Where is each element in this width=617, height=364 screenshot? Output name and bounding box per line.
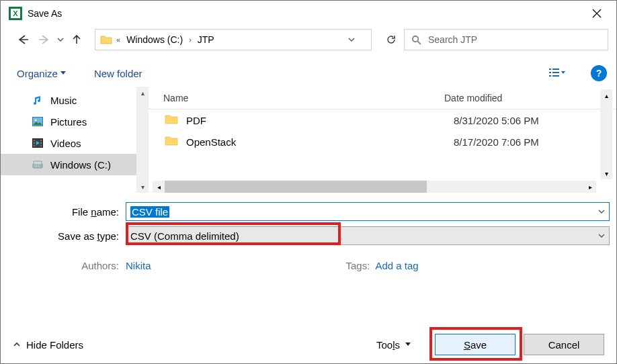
svg-rect-17 [34, 161, 42, 165]
videos-icon [32, 137, 44, 149]
arrow-up-icon [71, 34, 83, 46]
svg-rect-3 [549, 72, 551, 73]
help-button[interactable]: ? [591, 65, 607, 81]
folder-icon [165, 135, 179, 148]
saveastype-dropdown-arrow [598, 232, 605, 239]
svg-rect-11 [34, 142, 35, 144]
vertical-scrollbar[interactable]: ▴ ▾ [600, 89, 612, 179]
save-button[interactable]: Save [435, 334, 516, 355]
back-button[interactable] [13, 30, 33, 50]
pictures-icon [32, 116, 44, 128]
excel-icon [9, 7, 22, 20]
sidebar-item-windows-c[interactable]: Windows (C:) [1, 154, 149, 175]
address-dropdown[interactable] [348, 36, 367, 43]
scroll-down-icon[interactable]: ▾ [136, 181, 149, 193]
sidebar-scrollbar[interactable]: ▴ ▾ [136, 87, 149, 193]
authors-value[interactable]: Nikita [126, 260, 151, 271]
search-placeholder: Search JTP [428, 34, 477, 45]
file-list-header: Name Date modified [149, 87, 616, 109]
tools-menu[interactable]: Tools [376, 339, 411, 351]
search-icon [411, 35, 421, 45]
svg-point-8 [35, 120, 37, 122]
tags-value[interactable]: Add a tag [375, 260, 418, 271]
bottom-bar: Hide Folders Tools Save Cancel [1, 326, 616, 363]
chevron-down-icon [598, 208, 605, 215]
filename-label: File name: [7, 206, 126, 218]
file-list: Name Date modified PDF 8/31/2020 5:06 PM… [149, 87, 616, 193]
column-name[interactable]: Name [149, 93, 444, 103]
main-area: Music Pictures Videos Windows (C:) ▴ ▾ N… [1, 87, 616, 193]
svg-rect-10 [34, 140, 35, 141]
svg-point-18 [40, 165, 42, 167]
scroll-thumb[interactable] [165, 181, 427, 193]
scroll-left-icon[interactable]: ◂ [153, 181, 165, 193]
form-area: File name: CSV file Save as type: CSV (C… [1, 193, 616, 276]
svg-rect-14 [41, 142, 42, 144]
arrow-right-icon [38, 33, 51, 46]
view-list-icon [548, 67, 566, 79]
chevron-down-icon [348, 36, 355, 43]
svg-rect-15 [41, 145, 42, 146]
drive-icon [32, 158, 44, 171]
scroll-up-icon[interactable]: ▴ [136, 87, 149, 99]
breadcrumb-seg-1[interactable]: Windows (C:) [124, 34, 186, 45]
chevron-up-icon [13, 340, 21, 349]
view-button[interactable] [544, 64, 571, 82]
svg-rect-2 [552, 69, 559, 70]
refresh-icon [386, 34, 397, 45]
svg-rect-1 [549, 69, 551, 70]
filename-dropdown[interactable] [598, 208, 605, 215]
svg-rect-13 [41, 140, 42, 141]
organize-button[interactable]: Organize [17, 68, 66, 79]
file-row[interactable]: PDF 8/31/2020 5:06 PM [149, 109, 616, 131]
file-row[interactable]: OpenStack 8/17/2020 7:06 PM [149, 131, 616, 152]
arrow-left-icon [16, 33, 30, 46]
saveastype-dropdown[interactable]: CSV (Comma delimited) [126, 226, 610, 245]
horizontal-scrollbar[interactable]: ◂ ▸ [153, 181, 596, 193]
new-folder-button[interactable]: New folder [94, 68, 142, 79]
tags-label: Tags: [346, 260, 376, 271]
chevron-right-icon: › [187, 36, 194, 44]
up-button[interactable] [67, 30, 87, 50]
saveastype-label: Save as type: [7, 230, 126, 242]
cancel-button[interactable]: Cancel [524, 334, 604, 355]
column-date[interactable]: Date modified [444, 93, 616, 103]
sidebar: Music Pictures Videos Windows (C:) ▴ ▾ [1, 87, 149, 193]
folder-icon [99, 33, 113, 46]
chevron-down-icon [57, 36, 64, 43]
address-bar[interactable]: « Windows (C:) › JTP [95, 29, 372, 50]
filename-input[interactable]: CSV file [126, 202, 610, 221]
chevron-down-icon [598, 232, 605, 239]
music-icon [32, 94, 44, 106]
svg-rect-4 [552, 72, 559, 73]
caret-down-icon [405, 343, 411, 347]
svg-rect-5 [549, 75, 551, 77]
sidebar-item-pictures[interactable]: Pictures [1, 111, 149, 132]
window-title: Save As [28, 8, 583, 19]
authors-label: Authors: [7, 260, 126, 271]
nav-row: « Windows (C:) › JTP Search JTP [1, 26, 616, 53]
search-input[interactable]: Search JTP [404, 29, 608, 50]
titlebar: Save As [1, 1, 616, 26]
refresh-button[interactable] [380, 29, 403, 50]
history-dropdown[interactable] [57, 36, 64, 43]
scroll-right-icon[interactable]: ▸ [584, 181, 596, 193]
svg-point-0 [413, 36, 418, 41]
toolbar: Organize New folder ? [1, 60, 616, 87]
scroll-down-icon[interactable]: ▾ [600, 167, 612, 179]
svg-rect-6 [552, 75, 559, 77]
sidebar-item-videos[interactable]: Videos [1, 132, 149, 154]
close-icon [592, 9, 602, 18]
breadcrumb-prefix[interactable]: « [114, 36, 122, 44]
close-button[interactable] [583, 3, 611, 24]
svg-rect-12 [34, 145, 35, 146]
hide-folders-button[interactable]: Hide Folders [13, 339, 83, 351]
forward-button[interactable] [34, 30, 54, 50]
sidebar-item-music[interactable]: Music [1, 89, 149, 111]
folder-icon [165, 113, 179, 127]
caret-down-icon [60, 71, 66, 75]
breadcrumb-seg-2[interactable]: JTP [195, 34, 217, 45]
scroll-up-icon[interactable]: ▴ [600, 89, 612, 101]
